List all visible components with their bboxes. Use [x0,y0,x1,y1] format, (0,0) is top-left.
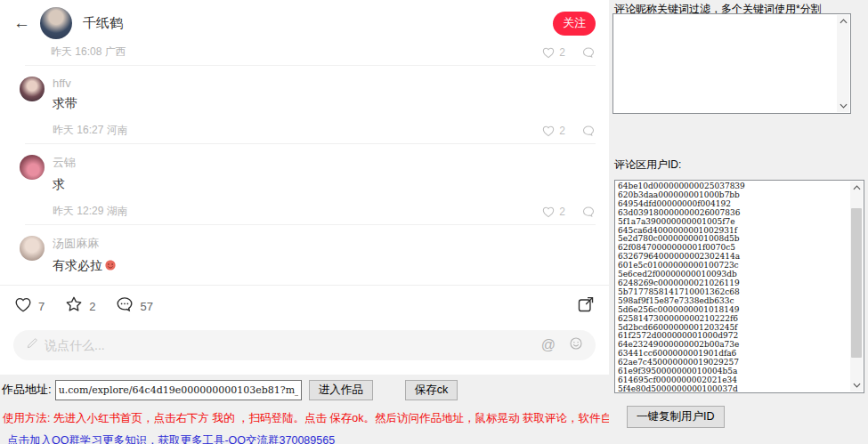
comment-item: 汤圆麻麻 有求必拉 [20,236,596,274]
comment-item: hffv 求带 昨天 16:27 河南 2 [20,77,596,138]
scrollbar[interactable] [837,15,849,112]
user-id-listbox[interactable]: 64be10d000000000025037839 620b3daa000000… [614,180,864,393]
commenter-name[interactable]: 云锦 [53,155,596,171]
user-id-list-text: 64be10d000000000025037839 620b3daa000000… [615,181,864,393]
app-window: ← 千纸鹤 关注 昨天 16:08 广西 2 [0,0,868,444]
scroll-down-icon[interactable] [850,379,863,392]
blush-emoji-sticker-icon [104,259,117,274]
comment-timestamp-location: 昨天 12:29 湖南 [53,204,128,219]
follow-button[interactable]: 关注 [553,12,596,36]
heart-icon[interactable] [541,205,556,219]
keyword-filter-textarea[interactable] [613,14,837,113]
post-like-group[interactable]: 2 [541,45,565,60]
comment-text: 求 [53,177,596,193]
scraper-side-panel: 评论昵称关键词过滤，多个关键词使用*分割 评论区用户ID: 64be10d000… [609,0,868,444]
divider [25,65,596,66]
comment-like-count: 2 [559,125,565,137]
at-mention-icon[interactable]: @ [541,338,556,352]
copy-user-ids-button[interactable]: 一键复制用户ID [627,406,725,428]
scroll-up-icon[interactable] [837,15,849,28]
share-icon[interactable] [576,295,596,318]
comment-item: 云锦 求 昨天 12:29 湖南 2 [20,155,596,219]
divider [25,224,596,225]
comment-text: 求带 [53,96,596,112]
commenter-name[interactable]: hffv [53,77,596,90]
engagement-bar: 7 2 57 [0,286,609,327]
reply-bubble-icon[interactable] [581,205,596,219]
save-ck-button[interactable]: 保存ck [405,380,458,400]
url-toolbar: 作品地址: 进入作品 保存ck [0,377,609,402]
like-action[interactable]: 7 [13,295,45,318]
emoji-smiley-icon[interactable] [568,335,584,355]
commenter-name[interactable]: 汤圆麻麻 [53,236,596,252]
commenter-avatar[interactable] [20,236,45,261]
chat-bubble-icon[interactable] [115,295,134,318]
enter-work-button[interactable]: 进入作品 [309,380,373,400]
author-username[interactable]: 千纸鹤 [83,15,123,32]
post-timestamp-location: 昨天 16:08 广西 [51,44,126,60]
post-header: ← 千纸鹤 关注 [0,7,609,39]
usage-instructions: 使用方法: 先进入小红书首页，点击右下方 我的 ，扫码登陆。点击 保存ok。然后… [3,411,645,426]
comment-action[interactable]: 57 [115,295,152,318]
reply-bubble-icon[interactable] [581,124,596,138]
comment-composer: @ [13,330,596,360]
comment-text: 有求必拉 [53,258,102,274]
scroll-up-icon[interactable] [850,182,863,194]
comment-like-group[interactable]: 2 [541,124,565,138]
comment-timestamp-location: 昨天 16:27 河南 [53,123,128,138]
heart-icon[interactable] [541,45,556,60]
keyword-filter-box [612,13,851,114]
commenter-avatar[interactable] [20,155,45,180]
qq-group-link[interactable]: 点击加入QQ群学习更多知识，获取更多工具-QQ交流群370089565 [7,433,335,444]
divider [25,143,596,144]
scrollbar[interactable] [850,182,863,392]
scroll-down-icon[interactable] [837,100,849,112]
scrollbar-thumb[interactable] [851,208,862,358]
work-url-input[interactable] [55,380,302,400]
heart-icon[interactable] [13,295,33,318]
comment-input[interactable] [45,338,536,352]
star-icon[interactable] [64,295,84,318]
collect-action[interactable]: 2 [64,295,95,318]
pencil-icon [25,336,39,354]
heart-icon[interactable] [541,124,556,138]
user-ids-label: 评论区用户ID: [614,157,681,173]
url-label: 作品地址: [2,382,52,398]
collect-count: 2 [89,300,95,313]
comment-count: 57 [140,300,152,313]
post-meta-row: 昨天 16:08 广西 2 [51,44,596,60]
reply-bubble-icon[interactable] [581,45,596,60]
like-count: 7 [38,300,45,313]
commenter-avatar[interactable] [20,77,45,101]
comment-page-panel: ← 千纸鹤 关注 昨天 16:08 广西 2 [0,0,609,375]
comment-like-count: 2 [559,206,565,218]
author-avatar[interactable] [40,7,72,39]
post-like-count: 2 [559,46,565,59]
comment-like-group[interactable]: 2 [541,205,565,219]
back-arrow-icon[interactable]: ← [13,13,35,33]
